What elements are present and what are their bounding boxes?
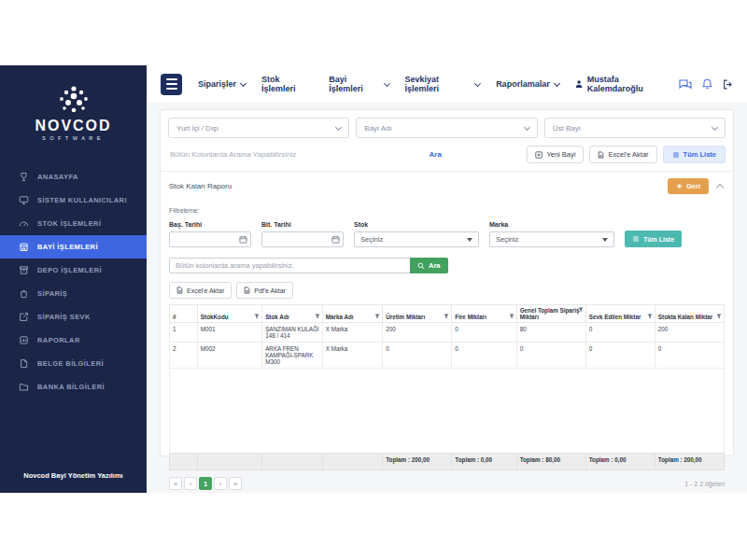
menu-icon[interactable] (161, 74, 182, 95)
sidebar-item-stok-islemleri[interactable]: STOK İŞLEMLERİ (0, 212, 147, 235)
document-icon (19, 358, 29, 369)
calendar-icon (331, 235, 340, 244)
pagination-next-button[interactable]: › (214, 477, 227, 490)
select-ust-bayi[interactable]: Üst Bayi (544, 118, 726, 138)
pagination-first-button[interactable]: « (169, 477, 182, 490)
report-body: Filtreleme: Baş. Tarihi Bit. Tarihi (161, 201, 733, 490)
start-date-input[interactable] (169, 231, 251, 247)
col-fire-miktari[interactable]: Fire Miktarı (452, 305, 516, 323)
col-marka-adi[interactable]: Marka Adı (322, 305, 383, 323)
store-icon (19, 242, 29, 252)
ara-link[interactable]: Ara (349, 150, 521, 159)
sidebar-item-anasayfa[interactable]: ANASAYFA (0, 165, 147, 189)
sidebar-footer-text: Novcod Bayi Yönetim Yazılımı (0, 471, 147, 493)
end-date-input[interactable] (261, 231, 344, 247)
marka-field: Marka Seçiniz (489, 221, 614, 247)
select-bayi-adi[interactable]: Bayi Adı (356, 118, 537, 138)
shopping-bag-icon (19, 288, 29, 299)
marka-select[interactable]: Seçiniz (489, 231, 614, 247)
total-uretim: Toplam : 200,00 (383, 454, 452, 470)
global-search-input[interactable] (168, 149, 349, 160)
nav-raporlamalar[interactable]: Raporlamalar (496, 79, 559, 89)
select-value: Bayi Adı (364, 124, 391, 133)
export-excel-button[interactable]: Excel'e Aktar (169, 282, 232, 299)
col-stok-adi[interactable]: Stok Adı (262, 305, 323, 323)
stok-select[interactable]: Seçiniz (354, 231, 479, 247)
col-sevk-edilen[interactable]: Sevk Edilen Miktar (585, 305, 655, 323)
chevron-down-icon (524, 123, 530, 130)
filter-funnel-icon[interactable] (315, 314, 320, 319)
table-row[interactable]: 2 M002 ARKA FREN KAMPAĞI-SPARK M300 X Ma… (170, 343, 725, 369)
total-sevk: Toplam : 0,00 (585, 454, 655, 470)
sidebar-item-label: STOK İŞLEMLERİ (37, 219, 101, 228)
nav-sevkiyat-islemleri[interactable]: Sevkiyat İşlemleri (404, 75, 480, 93)
col-stokkodu[interactable]: StokKodu (197, 305, 261, 323)
bayi-card: Yurt İçi / Dışı Bayi Adı Üst Bayi (160, 109, 734, 456)
table-row[interactable]: 1 M001 ŞANZIMAN KULAĞI 148 / 414 X Marka… (170, 323, 725, 343)
table-empty-area (170, 369, 725, 454)
excel-aktar-button[interactable]: Excel'e Aktar (589, 146, 656, 163)
sidebar-item-label: DEPO İŞLEMLERİ (37, 266, 102, 274)
notifications-bell-icon[interactable] (702, 78, 712, 90)
filter-funnel-icon[interactable] (254, 314, 260, 319)
dropdown-triangle-icon (467, 238, 472, 242)
tum-liste-teal-button[interactable]: Tüm Liste (625, 231, 682, 247)
pagination-page-1-button[interactable]: 1 (199, 477, 212, 490)
filter-funnel-icon[interactable] (509, 314, 514, 319)
filter-funnel-icon[interactable] (716, 314, 722, 319)
col-uretim-miktari[interactable]: Üretim Miktarı (383, 305, 452, 323)
sidebar-item-depo-islemleri[interactable]: DEPO İŞLEMLERİ (0, 259, 147, 282)
select-value: Üst Bayi (553, 124, 581, 133)
sidebar-item-sistem-kullanicilari[interactable]: SİSTEM KULLANICILARI (0, 189, 147, 212)
collapse-chevron-up-icon[interactable] (716, 184, 724, 191)
cell-stokta-kalan: 0 (655, 343, 724, 369)
sidebar-item-raporlar[interactable]: RAPORLAR (0, 329, 147, 352)
filter-funnel-icon[interactable] (578, 307, 584, 313)
geri-button[interactable]: Geri (668, 178, 709, 194)
nav-label: Stok İşlemleri (261, 75, 313, 93)
topbar: Siparişler Stok İşlemleri Bayi İşlemleri… (147, 65, 747, 103)
nav-siparisler[interactable]: Siparişler (198, 79, 246, 89)
messages-icon[interactable] (679, 79, 692, 90)
pagination: « ‹ 1 › » 1 - 2 2 öğeleri (169, 477, 725, 490)
filter-funnel-icon[interactable] (444, 314, 449, 319)
yeni-bayi-button[interactable]: Yeni Bayi (527, 146, 584, 163)
sidebar-item-belge-bilgileri[interactable]: BELGE BİLGİLERİ (0, 352, 147, 375)
sidebar-nav: ANASAYFA SİSTEM KULLANICILARI STOK İŞLEM… (0, 165, 147, 399)
nav-bayi-islemleri[interactable]: Bayi İşlemleri (329, 75, 388, 93)
filter-funnel-icon[interactable] (647, 314, 653, 319)
pagination-prev-button[interactable]: ‹ (184, 477, 197, 490)
cell-sevk: 0 (585, 323, 655, 343)
export-pdf-button[interactable]: Pdf'e Aktar (236, 282, 293, 299)
report-search-input[interactable] (169, 258, 410, 273)
send-icon (19, 312, 29, 322)
cell-marka-adi: X Marka (322, 343, 383, 369)
list-icon (672, 151, 680, 159)
sidebar-item-siparis-sevk[interactable]: SİPARİŞ SEVK (0, 305, 147, 329)
nav-stok-islemleri[interactable]: Stok İşlemleri (261, 75, 313, 93)
cell-stokkodu: M001 (197, 323, 261, 343)
report-title: Stok Kalan Raporu (169, 182, 232, 190)
pagination-last-button[interactable]: » (229, 477, 242, 490)
sidebar-item-label: BELGE BİLGİLERİ (37, 359, 104, 368)
sidebar-item-label: SİSTEM KULLANICILARI (37, 196, 127, 204)
col-index[interactable]: # (170, 305, 198, 323)
ara-button[interactable]: Ara (410, 258, 448, 273)
col-stokta-kalan[interactable]: Stokta Kalan Miktar (655, 305, 724, 323)
select-yurt-ici-disi[interactable]: Yurt İçi / Dışı (168, 118, 349, 138)
sidebar-item-bayi-islemleri[interactable]: BAYİ İŞLEMLERİ (0, 235, 147, 259)
filter-funnel-icon[interactable] (374, 314, 380, 319)
cell-fire: 0 (452, 323, 516, 343)
end-date-value[interactable] (265, 234, 331, 245)
col-genel-toplam[interactable]: Genel Toplam Sipariş Miktarı (516, 305, 585, 323)
user-menu[interactable]: Mustafa Kalemdaroğlu (575, 75, 669, 93)
add-user-icon (535, 151, 543, 159)
logo-dots-icon (52, 84, 95, 116)
logo-subtitle: SOFTWARE (0, 135, 147, 141)
sidebar-item-siparis[interactable]: SİPARİŞ (0, 282, 147, 305)
logout-icon[interactable] (723, 79, 733, 90)
start-date-value[interactable] (173, 234, 239, 245)
home-icon (19, 172, 29, 182)
tum-liste-button[interactable]: Tüm Liste (663, 146, 726, 163)
sidebar-item-banka-bilgileri[interactable]: BANKA BİLGİLERİ (0, 375, 147, 399)
